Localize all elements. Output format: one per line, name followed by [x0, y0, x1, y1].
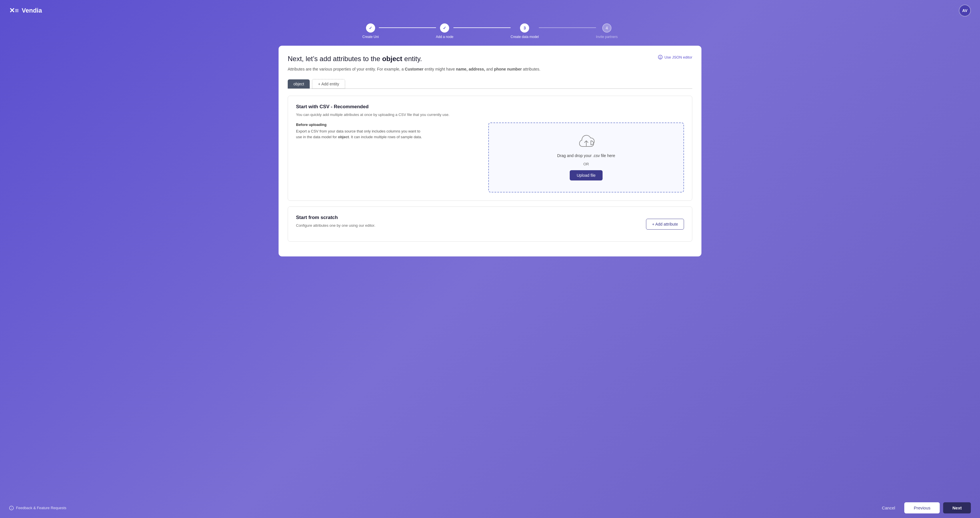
title-prefix: Next, let’s add attributes to the: [288, 55, 382, 62]
scratch-title: Start from scratch: [296, 215, 646, 221]
feedback-link[interactable]: i Feedback & Feature Requests: [9, 506, 66, 510]
avatar[interactable]: AV: [959, 5, 971, 17]
footer-actions: Cancel Previous Next: [876, 502, 971, 513]
feedback-label: Feedback & Feature Requests: [16, 506, 66, 510]
step-label-create-uni: Create Uni: [362, 35, 379, 39]
step-invite-partners: 4 Invite partners: [596, 24, 618, 39]
logo-icon: ✕≡: [9, 6, 19, 14]
svg-text:{}: {}: [659, 56, 661, 59]
scratch-subtitle: Configure attributes one by one using ou…: [296, 223, 646, 227]
footer: i Feedback & Feature Requests Cancel Pre…: [0, 498, 980, 518]
subtitle-entity: Customer: [405, 67, 423, 72]
step-add-node: ✓ Add a node: [436, 24, 453, 39]
subtitle-line2: entity might have: [423, 67, 456, 72]
main-content: Next, let’s add attributes to the object…: [0, 46, 980, 498]
step-label-create-data-model: Create data model: [511, 35, 539, 39]
csv-section-title: Start with CSV - Recommended: [296, 104, 684, 110]
previous-button[interactable]: Previous: [904, 502, 940, 513]
page-title-area: Next, let’s add attributes to the object…: [288, 55, 541, 72]
step-label-add-node: Add a node: [436, 35, 453, 39]
subtitle-phone: phone number: [494, 67, 522, 72]
page-subtitle: Attributes are the various properties of…: [288, 66, 541, 72]
add-attribute-button[interactable]: + Add attribute: [646, 219, 684, 230]
before-uploading-text: Export a CSV from your data source that …: [296, 129, 479, 140]
svg-text:i: i: [11, 507, 12, 510]
drop-text: Drag and drop your .csv file here: [557, 153, 615, 158]
connector-1: [379, 27, 436, 28]
step-circle-invite-partners: 4: [602, 24, 611, 33]
next-button[interactable]: Next: [943, 502, 971, 513]
csv-section-card: Start with CSV - Recommended You can qui…: [288, 96, 692, 201]
before-text-3: . It can include multiple rows of sample…: [349, 135, 422, 139]
title-entity: object: [382, 55, 402, 62]
step-label-invite-partners: Invite partners: [596, 35, 618, 39]
step-create-data-model: 3 Create data model: [511, 24, 539, 39]
step-circle-create-data-model: 3: [520, 24, 529, 33]
before-text-2: use in the data model for: [296, 135, 338, 139]
stepper: ✓ Create Uni ✓ Add a node 3 Create data …: [0, 21, 980, 46]
csv-section-subtitle: You can quickly add multiple attributes …: [296, 113, 684, 117]
scratch-section-card: Start from scratch Configure attributes …: [288, 207, 692, 242]
logo-text: Vendia: [22, 7, 42, 14]
logo: ✕≡ Vendia: [9, 6, 42, 14]
drop-zone[interactable]: Drag and drop your .csv file here OR Upl…: [488, 122, 684, 192]
csv-left: Before uploading Export a CSV from your …: [296, 122, 479, 140]
subtitle-line3: and: [485, 67, 494, 72]
json-editor-icon: {}: [658, 55, 663, 59]
feedback-icon: i: [9, 506, 14, 510]
step-create-uni: ✓ Create Uni: [362, 24, 379, 39]
drop-or: OR: [584, 162, 589, 166]
page-title: Next, let’s add attributes to the object…: [288, 55, 541, 63]
tab-add-entity[interactable]: + Add entity: [312, 79, 345, 89]
json-editor-label: Use JSON editor: [664, 55, 692, 59]
json-editor-button[interactable]: {} Use JSON editor: [658, 55, 692, 59]
step-circle-add-node: ✓: [440, 24, 449, 33]
scratch-left: Start from scratch Configure attributes …: [296, 215, 646, 233]
content-card: Next, let’s add attributes to the object…: [278, 46, 702, 256]
page-header: Next, let’s add attributes to the object…: [288, 55, 692, 72]
before-entity: object: [338, 135, 349, 139]
tabs-row: object + Add entity: [288, 79, 692, 89]
subtitle-line4: attributes.: [522, 67, 540, 72]
before-text-1: Export a CSV from your data source that …: [296, 129, 420, 133]
subtitle-line1: Attributes are the various properties of…: [288, 67, 404, 72]
connector-3: [539, 27, 596, 28]
csv-section-inner: Before uploading Export a CSV from your …: [296, 122, 684, 192]
header: ✕≡ Vendia AV: [0, 0, 980, 21]
before-uploading-title: Before uploading: [296, 122, 479, 127]
subtitle-attrs: name, address,: [456, 67, 485, 72]
title-suffix: entity.: [402, 55, 422, 62]
scratch-section: Start from scratch Configure attributes …: [296, 215, 684, 233]
tab-object[interactable]: object: [288, 79, 310, 89]
cloud-upload-icon: [577, 135, 595, 149]
cancel-button[interactable]: Cancel: [876, 502, 901, 513]
step-circle-create-uni: ✓: [366, 24, 375, 33]
upload-file-button[interactable]: Upload file: [570, 170, 602, 181]
connector-2: [453, 27, 511, 28]
